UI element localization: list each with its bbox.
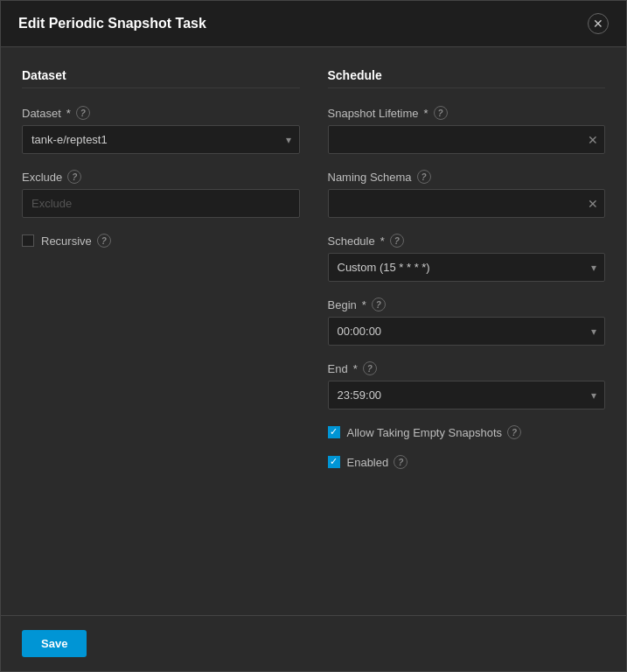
- naming-schema-input[interactable]: auto-%Y-%m-%d_%H-%M: [328, 189, 606, 218]
- close-button[interactable]: ✕: [588, 13, 609, 34]
- modal-footer: Save: [1, 615, 626, 671]
- form-columns: Dataset Dataset * ? tank-e/reptest1: [22, 68, 605, 485]
- schedule-field-group: Schedule * ? Custom (15 * * * *): [328, 234, 606, 282]
- snapshot-lifetime-field-group: Snapshot Lifetime * ? 2 WEEKS ✕: [328, 106, 606, 154]
- allow-empty-snapshots-label: Allow Taking Empty Snapshots ?: [347, 425, 522, 439]
- exclude-label: Exclude ?: [22, 170, 300, 184]
- schedule-field-label: Schedule * ?: [328, 234, 606, 248]
- modal-title: Edit Periodic Snapshot Task: [18, 16, 206, 32]
- snapshot-lifetime-clear-button[interactable]: ✕: [588, 133, 598, 147]
- enabled-group: Enabled ?: [328, 455, 606, 469]
- dataset-section: Dataset Dataset * ? tank-e/reptest1: [22, 68, 300, 485]
- dataset-select-wrapper: tank-e/reptest1: [22, 125, 300, 154]
- begin-label: Begin * ?: [328, 298, 606, 312]
- exclude-field-group: Exclude ?: [22, 170, 300, 218]
- snapshot-lifetime-label: Snapshot Lifetime * ?: [328, 106, 606, 120]
- begin-select[interactable]: 00:00:00: [328, 317, 606, 346]
- naming-schema-field-group: Naming Schema ? auto-%Y-%m-%d_%H-%M ✕: [328, 170, 606, 218]
- naming-schema-input-wrapper: auto-%Y-%m-%d_%H-%M ✕: [328, 189, 606, 218]
- allow-empty-snapshots-checkbox[interactable]: [328, 426, 340, 438]
- end-select[interactable]: 23:59:00: [328, 381, 606, 410]
- dataset-select[interactable]: tank-e/reptest1: [22, 125, 300, 154]
- exclude-input[interactable]: [22, 189, 300, 218]
- begin-help-icon[interactable]: ?: [372, 298, 386, 312]
- begin-select-wrapper: 00:00:00: [328, 317, 606, 346]
- dataset-help-icon[interactable]: ?: [76, 106, 90, 120]
- enabled-label: Enabled ?: [347, 455, 408, 469]
- schedule-section: Schedule Snapshot Lifetime * ? 2 WEEKS ✕: [328, 68, 606, 485]
- end-label: End * ?: [328, 361, 606, 375]
- end-select-wrapper: 23:59:00: [328, 381, 606, 410]
- recursive-checkbox-group: Recursive ?: [22, 234, 300, 248]
- edit-periodic-snapshot-modal: Edit Periodic Snapshot Task ✕ Dataset Da…: [0, 0, 627, 672]
- recursive-help-icon[interactable]: ?: [97, 234, 111, 248]
- naming-schema-help-icon[interactable]: ?: [417, 170, 431, 184]
- naming-schema-label: Naming Schema ?: [328, 170, 606, 184]
- modal-header: Edit Periodic Snapshot Task ✕: [1, 1, 626, 47]
- enabled-checkbox[interactable]: [328, 456, 340, 468]
- modal-body: Dataset Dataset * ? tank-e/reptest1: [1, 47, 626, 615]
- schedule-select-wrapper: Custom (15 * * * *): [328, 253, 606, 282]
- enabled-help-icon[interactable]: ?: [394, 455, 408, 469]
- begin-field-group: Begin * ? 00:00:00: [328, 298, 606, 346]
- exclude-input-wrapper: [22, 189, 300, 218]
- end-help-icon[interactable]: ?: [363, 361, 377, 375]
- recursive-label: Recursive ?: [41, 234, 111, 248]
- exclude-help-icon[interactable]: ?: [67, 170, 81, 184]
- snapshot-lifetime-input[interactable]: 2 WEEKS: [328, 125, 606, 154]
- allow-empty-help-icon[interactable]: ?: [507, 425, 521, 439]
- snapshot-lifetime-help-icon[interactable]: ?: [434, 106, 448, 120]
- allow-empty-snapshots-group: Allow Taking Empty Snapshots ?: [328, 425, 606, 439]
- schedule-select[interactable]: Custom (15 * * * *): [328, 253, 606, 282]
- schedule-section-title: Schedule: [328, 68, 606, 88]
- dataset-section-title: Dataset: [22, 68, 300, 88]
- end-field-group: End * ? 23:59:00: [328, 361, 606, 410]
- schedule-help-icon[interactable]: ?: [390, 234, 404, 248]
- recursive-checkbox[interactable]: [22, 234, 34, 247]
- snapshot-lifetime-input-wrapper: 2 WEEKS ✕: [328, 125, 606, 154]
- naming-schema-clear-button[interactable]: ✕: [588, 197, 598, 211]
- dataset-label: Dataset * ?: [22, 106, 300, 120]
- dataset-field-group: Dataset * ? tank-e/reptest1: [22, 106, 300, 154]
- save-button[interactable]: Save: [22, 630, 87, 657]
